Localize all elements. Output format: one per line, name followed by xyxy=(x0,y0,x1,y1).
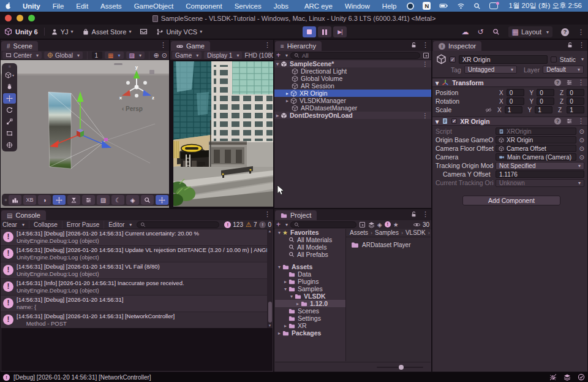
static-checkbox[interactable] xyxy=(551,56,557,63)
presets-icon[interactable] xyxy=(566,79,573,86)
xb-button[interactable]: XB xyxy=(23,195,36,205)
row-kebab-icon[interactable]: ⋮ xyxy=(422,112,429,119)
asset-folder-item[interactable]: ARDataset Player xyxy=(351,241,426,249)
tree-row[interactable]: ▾ VLSDK xyxy=(275,292,345,300)
tab-hierarchy[interactable]: ≡ Hierarchy xyxy=(275,41,322,51)
perspective-label[interactable]: ‹ Persp xyxy=(122,105,143,112)
display-dropdown[interactable]: Display 1▾ xyxy=(204,52,242,59)
rotation-z-field[interactable]: 0 xyxy=(567,97,584,105)
menu-services[interactable]: Services xyxy=(228,2,268,10)
render-doodads-icon[interactable]: ⊕ xyxy=(154,52,159,59)
position-z-field[interactable]: 0 xyxy=(567,89,584,96)
layer-dropdown[interactable]: Default▾ xyxy=(543,66,584,74)
2d-view-button[interactable]: ◑ xyxy=(38,195,51,205)
info-count-badge[interactable]: !123 xyxy=(224,221,243,228)
position-x-field[interactable]: 0 xyxy=(507,89,524,96)
create-asset-button[interactable]: + xyxy=(276,220,281,229)
menu-edit[interactable]: Edit xyxy=(70,2,94,10)
menu-unity[interactable]: Unity xyxy=(17,2,47,10)
scale-z-field[interactable]: 1 xyxy=(567,106,584,113)
resolution-dropdown[interactable]: FHD (1080x19 xyxy=(244,52,273,59)
tag-dropdown[interactable]: Untagged▾ xyxy=(464,66,517,74)
search-icon[interactable] xyxy=(492,28,500,36)
step-button[interactable]: ▶| xyxy=(333,26,347,37)
menu-file[interactable]: File xyxy=(47,2,70,10)
play-button[interactable] xyxy=(303,26,316,37)
foldout-open-icon[interactable]: ▾ xyxy=(435,79,439,86)
object-picker-icon[interactable]: ⊙ xyxy=(579,128,584,135)
camera-object-field[interactable]: Main Camera (Camera) xyxy=(496,153,576,161)
add-component-button[interactable]: Add Component xyxy=(462,196,560,205)
undo-history-icon[interactable]: ↺ xyxy=(478,28,484,36)
thumbnail-size-slider[interactable] xyxy=(377,367,423,368)
log-entry[interactable]: ! [14:56:31] [Debug] [2026-01-20 14:56:3… xyxy=(1,229,267,246)
debugger-disabled-icon[interactable] xyxy=(549,373,557,381)
rotation-x-field[interactable]: 0 xyxy=(507,97,524,105)
log-entry[interactable]: ! [14:56:31] [Debug] [2026-01-20 14:56:3… xyxy=(1,296,267,312)
tree-row[interactable]: Scenes xyxy=(275,307,345,315)
menu-jobs[interactable]: Jobs xyxy=(268,2,295,10)
favorites-item[interactable]: All Models xyxy=(275,243,345,251)
scale-x-field[interactable]: 1 xyxy=(505,106,522,113)
search-by-label-icon[interactable] xyxy=(368,221,375,228)
foldout-closed-icon[interactable]: ▸ xyxy=(282,279,288,285)
tree-row-selected[interactable]: ▸ 1.12.0 xyxy=(275,300,345,307)
control-center-icon[interactable] xyxy=(485,2,502,9)
xr-origin-component-header[interactable]: ▾ ✓ XR Origin ? ⋮ xyxy=(432,117,587,126)
menu-gameobject[interactable]: GameObject xyxy=(128,2,180,10)
foldout-closed-icon[interactable]: ▸ xyxy=(282,323,288,329)
active-checkbox[interactable]: ✓ xyxy=(450,56,456,63)
help-icon[interactable]: ? xyxy=(554,118,561,124)
apple-menu[interactable] xyxy=(0,2,17,10)
tree-row[interactable]: Settings xyxy=(275,315,345,322)
tree-row[interactable]: Data xyxy=(275,270,345,278)
unity-vcs-dropdown[interactable]: Unity VCS▾ xyxy=(152,28,206,36)
favorites-root[interactable]: ▾ ★ Favorites xyxy=(275,229,345,236)
asset-store-dropdown[interactable]: Asset Store▾ xyxy=(78,28,136,36)
position-y-field[interactable]: 0 xyxy=(537,89,554,96)
help-icon[interactable]: ? xyxy=(561,28,569,36)
battery-icon[interactable] xyxy=(435,2,453,10)
wifi-icon[interactable] xyxy=(453,2,469,10)
tree-row-packages[interactable]: ▸ Packages xyxy=(275,329,345,337)
inspector-kebab-icon[interactable]: ⋮ xyxy=(578,41,585,49)
error-pause-button[interactable]: Error Pause xyxy=(67,221,99,228)
layout-dropdown[interactable]: ▦ Layout ▾ xyxy=(508,26,552,37)
favorites-item[interactable]: All Materials xyxy=(275,236,345,243)
game-mode-dropdown[interactable]: Game▾ xyxy=(172,52,202,59)
camera-y-offset-field[interactable]: 1.1176 xyxy=(496,170,584,178)
object-picker-icon[interactable]: ⊙ xyxy=(579,137,584,143)
hierarchy-kebab-icon[interactable]: ⋮ xyxy=(422,41,429,49)
pause-button[interactable] xyxy=(318,26,331,37)
link-scale-icon[interactable] xyxy=(485,107,492,113)
object-picker-icon[interactable]: ⊙ xyxy=(579,145,584,152)
search-by-type-icon[interactable] xyxy=(359,221,366,228)
console-detail-pane[interactable] xyxy=(1,328,273,371)
log-entry[interactable]: ! [14:56:31] [Debug] [2026-01-20 14:56:3… xyxy=(1,312,267,329)
origin-base-object-field[interactable]: XR Origin xyxy=(496,136,576,143)
tracking-origin-mode-dropdown[interactable]: Not Specified▾ xyxy=(496,162,584,170)
create-button[interactable]: + xyxy=(276,51,281,59)
snap-increment-field[interactable]: 1 xyxy=(92,52,103,59)
log-entry[interactable]: ! [14:56:31] [Debug] [2026-01-20 14:56:3… xyxy=(1,262,267,279)
gameobject-name-field[interactable]: XR Origin xyxy=(459,55,548,64)
tool-handle-position-dropdown[interactable]: Center▾ xyxy=(2,52,42,59)
hierarchy-row[interactable]: AR Session xyxy=(274,82,431,90)
rotate-tool-button[interactable] xyxy=(3,105,16,115)
unity-version-badge[interactable]: Unity 6 xyxy=(0,28,42,36)
game-kebab-icon[interactable]: ⋮ xyxy=(264,41,271,49)
collapse-button[interactable]: Collapse xyxy=(34,221,58,228)
lock-icon[interactable] xyxy=(567,42,573,48)
component-kebab-icon[interactable]: ⋮ xyxy=(578,117,584,125)
audio-toggle-button[interactable] xyxy=(82,195,95,205)
cloud-icon[interactable]: ☁ xyxy=(462,28,469,36)
editor-dropdown[interactable]: Editor xyxy=(108,221,124,228)
lock-icon[interactable] xyxy=(410,42,417,48)
project-search-input[interactable] xyxy=(290,221,356,228)
foldout-closed-icon[interactable]: ▸ xyxy=(284,98,290,104)
status-message[interactable]: [Debug] [2026-01-20 14:56:31] [NetworkCo… xyxy=(13,374,151,381)
menu-help[interactable]: Help xyxy=(376,2,403,10)
script-object-field[interactable]: XROrigin xyxy=(496,128,576,135)
warning-count-badge[interactable]: ⚠7 xyxy=(246,221,257,229)
foldout-open-icon[interactable]: ▾ xyxy=(276,264,282,270)
